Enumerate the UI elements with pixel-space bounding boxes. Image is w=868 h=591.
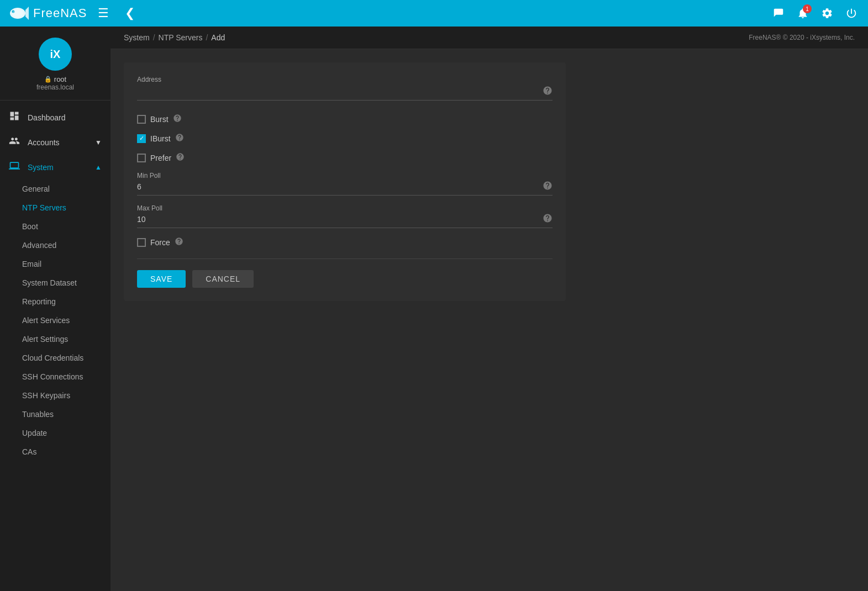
burst-checkbox[interactable] <box>137 115 146 124</box>
min-poll-input[interactable] <box>137 182 543 191</box>
ntp-server-form: Address Burst IBurst <box>124 62 566 301</box>
topbar: FreeNAS ☰ ❮ 1 <box>0 0 868 27</box>
sidebar-item-reporting[interactable]: Reporting <box>0 292 111 311</box>
prefer-field-group: Prefer <box>137 152 553 163</box>
max-poll-label: Max Poll <box>137 204 553 212</box>
cancel-button[interactable]: CANCEL <box>192 270 254 288</box>
sidebar-item-cloud-credentials[interactable]: Cloud Credentials <box>0 349 111 367</box>
main-content: System / NTP Servers / Add FreeNAS® © 20… <box>111 27 868 591</box>
min-poll-label: Min Poll <box>137 172 553 180</box>
hostname-text: freenas.local <box>36 83 74 91</box>
sidebar-item-ntp-servers[interactable]: NTP Servers <box>0 198 111 217</box>
address-help-icon[interactable] <box>543 86 553 98</box>
menu-toggle-button[interactable]: ☰ <box>93 3 113 23</box>
prefer-checkbox[interactable] <box>137 154 146 162</box>
sidebar-item-system-dataset[interactable]: System Dataset <box>0 273 111 292</box>
breadcrumb-add: Add <box>211 33 225 42</box>
address-label: Address <box>137 76 553 83</box>
max-poll-help-icon[interactable] <box>543 213 553 225</box>
accounts-chevron-icon: ▼ <box>95 139 102 146</box>
iburst-label: IBurst <box>150 134 171 143</box>
user-section: iX 🔒 root freenas.local <box>0 27 111 101</box>
breadcrumb-ntp-servers[interactable]: NTP Servers <box>159 33 203 42</box>
prefer-label: Prefer <box>150 154 171 162</box>
sidebar-item-accounts[interactable]: Accounts ▼ <box>0 130 111 155</box>
dashboard-icon <box>9 110 21 124</box>
address-input[interactable] <box>137 87 538 96</box>
topbar-right: 1 <box>769 3 861 23</box>
sidebar-item-update[interactable]: Update <box>0 424 111 442</box>
sidebar-item-email[interactable]: Email <box>0 255 111 273</box>
freenas-logo-icon <box>7 4 29 22</box>
topbar-left: FreeNAS ☰ ❮ <box>7 3 140 23</box>
collapse-sidebar-button[interactable]: ❮ <box>120 3 140 23</box>
breadcrumb-system[interactable]: System <box>124 33 150 42</box>
sidebar-item-boot[interactable]: Boot <box>0 217 111 236</box>
system-chevron-icon: ▲ <box>95 163 102 171</box>
form-divider <box>137 258 553 259</box>
prefer-help-icon[interactable] <box>176 152 185 163</box>
min-poll-field-group: Min Poll <box>137 172 553 196</box>
lock-icon: 🔒 <box>44 76 52 83</box>
avatar-text: iX <box>50 48 61 61</box>
force-help-icon[interactable] <box>175 237 183 247</box>
max-poll-input[interactable] <box>137 215 543 224</box>
copyright-text: FreeNAS® © 2020 - iXsystems, Inc. <box>749 34 855 41</box>
sidebar-item-general[interactable]: General <box>0 180 111 198</box>
iburst-checkbox[interactable] <box>137 134 146 143</box>
sidebar: iX 🔒 root freenas.local Dashboard Accoun… <box>0 27 111 591</box>
sidebar-item-alert-settings[interactable]: Alert Settings <box>0 330 111 349</box>
logo: FreeNAS <box>7 4 87 22</box>
sidebar-item-accounts-label: Accounts <box>28 138 60 147</box>
settings-button[interactable] <box>817 3 837 23</box>
sidebar-item-dashboard[interactable]: Dashboard <box>0 105 111 130</box>
sidebar-item-dashboard-label: Dashboard <box>28 113 66 122</box>
save-button[interactable]: SAVE <box>137 270 186 288</box>
notes-button[interactable] <box>769 3 788 23</box>
sidebar-item-system-label: System <box>28 163 54 172</box>
force-checkbox[interactable] <box>137 238 146 247</box>
notification-count: 1 <box>803 4 812 13</box>
form-actions: SAVE CANCEL <box>137 270 553 288</box>
force-label: Force <box>150 238 170 247</box>
max-poll-field-group: Max Poll <box>137 204 553 228</box>
breadcrumb-sep-2: / <box>206 33 208 42</box>
sidebar-item-cas[interactable]: CAs <box>0 442 111 461</box>
power-button[interactable] <box>841 3 861 23</box>
accounts-icon <box>9 135 21 149</box>
burst-help-icon[interactable] <box>173 114 182 124</box>
notifications-button[interactable]: 1 <box>793 3 813 23</box>
username-display: 🔒 root <box>44 75 66 83</box>
sidebar-item-advanced[interactable]: Advanced <box>0 236 111 255</box>
svg-point-3 <box>12 9 23 17</box>
force-field-group: Force <box>137 237 553 247</box>
iburst-field-group: IBurst <box>137 133 553 144</box>
sidebar-item-ssh-keypairs[interactable]: SSH Keypairs <box>0 386 111 405</box>
system-icon <box>9 160 21 174</box>
username-text: root <box>54 75 66 83</box>
breadcrumb: System / NTP Servers / Add FreeNAS® © 20… <box>111 27 868 49</box>
avatar: iX <box>39 38 72 71</box>
sidebar-item-ssh-connections[interactable]: SSH Connections <box>0 367 111 386</box>
iburst-help-icon[interactable] <box>175 133 184 144</box>
sidebar-item-tunables[interactable]: Tunables <box>0 405 111 424</box>
brand-name: FreeNAS <box>33 6 87 20</box>
sidebar-item-system[interactable]: System ▲ <box>0 155 111 180</box>
burst-label: Burst <box>150 115 169 124</box>
address-field-group: Address <box>137 76 553 101</box>
svg-marker-1 <box>25 7 29 20</box>
sidebar-item-alert-services[interactable]: Alert Services <box>0 311 111 330</box>
min-poll-help-icon[interactable] <box>543 181 553 193</box>
burst-field-group: Burst <box>137 114 553 124</box>
main-nav: Dashboard Accounts ▼ System ▲ General NT… <box>0 101 111 466</box>
breadcrumb-sep-1: / <box>153 33 155 42</box>
